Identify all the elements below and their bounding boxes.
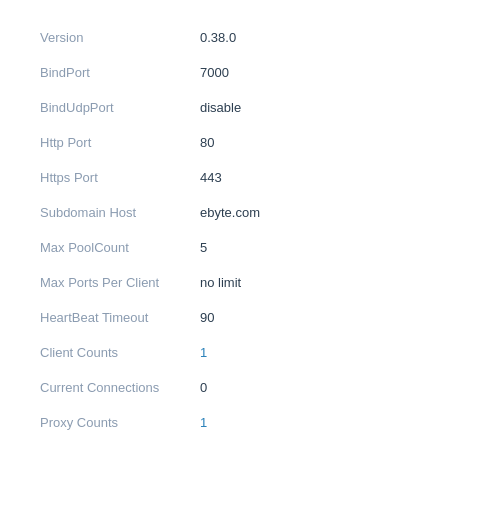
label-max-ports-per-client: Max Ports Per Client (40, 275, 200, 290)
label-current-connections: Current Connections (40, 380, 200, 395)
row-current-connections: Current Connections0 (40, 370, 464, 405)
row-bind-port: BindPort7000 (40, 55, 464, 90)
label-max-pool-count: Max PoolCount (40, 240, 200, 255)
row-http-port: Http Port80 (40, 125, 464, 160)
label-proxy-counts: Proxy Counts (40, 415, 200, 430)
value-max-ports-per-client: no limit (200, 275, 241, 290)
no-text: no (200, 275, 214, 290)
row-max-pool-count: Max PoolCount5 (40, 230, 464, 265)
label-http-port: Http Port (40, 135, 200, 150)
info-table: Version0.38.0BindPort7000BindUdpPortdisa… (0, 0, 504, 460)
label-client-counts: Client Counts (40, 345, 200, 360)
label-bind-port: BindPort (40, 65, 200, 80)
value-version: 0.38.0 (200, 30, 236, 45)
value-http-port: 80 (200, 135, 214, 150)
row-client-counts: Client Counts1 (40, 335, 464, 370)
row-version: Version0.38.0 (40, 20, 464, 55)
value-bind-port: 7000 (200, 65, 229, 80)
label-subdomain-host: Subdomain Host (40, 205, 200, 220)
value-https-port: 443 (200, 170, 222, 185)
label-version: Version (40, 30, 200, 45)
value-client-counts: 1 (200, 345, 207, 360)
value-current-connections: 0 (200, 380, 207, 395)
label-heartbeat-timeout: HeartBeat Timeout (40, 310, 200, 325)
label-bind-udp-port: BindUdpPort (40, 100, 200, 115)
limit-text: limit (218, 275, 241, 290)
row-proxy-counts: Proxy Counts1 (40, 405, 464, 440)
row-subdomain-host: Subdomain Hostebyte.com (40, 195, 464, 230)
value-bind-udp-port: disable (200, 100, 241, 115)
row-https-port: Https Port443 (40, 160, 464, 195)
value-proxy-counts: 1 (200, 415, 207, 430)
value-subdomain-host: ebyte.com (200, 205, 260, 220)
row-bind-udp-port: BindUdpPortdisable (40, 90, 464, 125)
row-max-ports-per-client: Max Ports Per Clientno limit (40, 265, 464, 300)
label-https-port: Https Port (40, 170, 200, 185)
row-heartbeat-timeout: HeartBeat Timeout90 (40, 300, 464, 335)
value-heartbeat-timeout: 90 (200, 310, 214, 325)
value-max-pool-count: 5 (200, 240, 207, 255)
